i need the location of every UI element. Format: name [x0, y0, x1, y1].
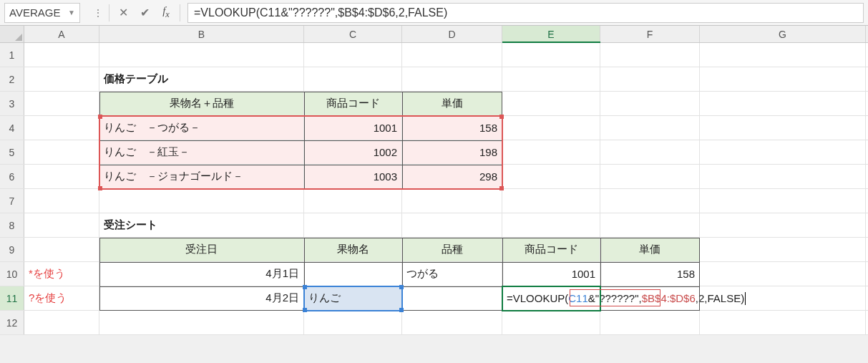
active-cell-formula[interactable]: =VLOOKUP(C11&"??????",$B$4:$D$6,2,FALSE)	[502, 286, 600, 310]
cell[interactable]	[700, 116, 866, 140]
row-header[interactable]: 3	[0, 92, 24, 115]
cell[interactable]	[700, 311, 866, 334]
price-row-name[interactable]: りんご －ジョナゴールド－	[99, 165, 304, 188]
cell[interactable]	[24, 92, 99, 115]
order-sheet-title[interactable]: 受注シート	[99, 213, 304, 237]
cell[interactable]	[402, 43, 502, 67]
col-header-F[interactable]: F	[600, 26, 700, 42]
cell[interactable]	[24, 238, 99, 261]
row-header[interactable]: 6	[0, 165, 24, 188]
cell[interactable]	[304, 43, 402, 67]
cell[interactable]	[700, 67, 866, 91]
row-header[interactable]: 11	[0, 286, 24, 310]
col-header-G[interactable]: G	[700, 26, 866, 42]
order-variety[interactable]	[402, 286, 502, 310]
cell[interactable]	[402, 67, 502, 91]
cell[interactable]	[99, 189, 304, 213]
cell[interactable]	[99, 311, 304, 334]
price-header-name[interactable]: 果物名＋品種	[99, 92, 304, 115]
cell[interactable]	[24, 140, 99, 164]
cell[interactable]	[502, 165, 600, 188]
order-fruit[interactable]	[304, 262, 402, 286]
cell[interactable]	[304, 67, 402, 91]
cell[interactable]	[600, 311, 700, 334]
price-row-code[interactable]: 1002	[304, 140, 402, 164]
cell[interactable]	[502, 67, 600, 91]
col-header-E[interactable]: E	[502, 26, 600, 42]
price-row-price[interactable]: 158	[402, 116, 502, 140]
note-question[interactable]: ?を使う	[24, 286, 99, 310]
cell[interactable]	[502, 43, 600, 67]
price-header-price[interactable]: 単価	[402, 92, 502, 115]
order-code[interactable]: 1001	[502, 262, 600, 286]
cell[interactable]	[99, 43, 304, 67]
price-row-price[interactable]: 198	[402, 140, 502, 164]
order-fruit[interactable]: りんご	[304, 286, 402, 310]
col-header-A[interactable]: A	[24, 26, 99, 42]
order-price[interactable]: 158	[600, 262, 700, 286]
cell[interactable]	[502, 140, 600, 164]
cell[interactable]	[700, 140, 866, 164]
col-header-D[interactable]: D	[402, 26, 502, 42]
order-header-date[interactable]: 受注日	[99, 238, 304, 261]
order-date[interactable]: 4月1日	[99, 262, 304, 286]
row-header[interactable]: 5	[0, 140, 24, 164]
row-header[interactable]: 4	[0, 116, 24, 140]
cell[interactable]	[502, 189, 600, 213]
row-header[interactable]: 1	[0, 43, 24, 67]
cancel-button[interactable]: ✕	[112, 3, 134, 23]
row-header[interactable]: 10	[0, 262, 24, 286]
order-variety[interactable]: つがる	[402, 262, 502, 286]
cell[interactable]	[700, 165, 866, 188]
cell[interactable]	[24, 189, 99, 213]
cell[interactable]	[700, 92, 866, 115]
cell[interactable]	[304, 311, 402, 334]
cell[interactable]	[502, 311, 600, 334]
price-row-name[interactable]: りんご －紅玉－	[99, 140, 304, 164]
cell[interactable]	[402, 311, 502, 334]
row-header[interactable]: 7	[0, 189, 24, 213]
order-header-code[interactable]: 商品コード	[502, 238, 600, 261]
row-header[interactable]: 8	[0, 213, 24, 237]
col-header-C[interactable]: C	[304, 26, 402, 42]
chevron-down-icon[interactable]: ▼	[68, 9, 75, 16]
order-header-variety[interactable]: 品種	[402, 238, 502, 261]
price-table-title[interactable]: 価格テーブル	[99, 67, 304, 91]
price-row-code[interactable]: 1001	[304, 116, 402, 140]
cell[interactable]	[304, 189, 402, 213]
cell[interactable]	[600, 189, 700, 213]
cell[interactable]	[700, 213, 866, 237]
cell[interactable]	[24, 311, 99, 334]
col-header-B[interactable]: B	[99, 26, 304, 42]
cell[interactable]	[24, 67, 99, 91]
cell[interactable]	[600, 43, 700, 67]
cell[interactable]	[600, 92, 700, 115]
cell[interactable]	[24, 213, 99, 237]
cell[interactable]	[700, 189, 866, 213]
fx-icon[interactable]: fx	[155, 3, 177, 23]
price-header-code[interactable]: 商品コード	[304, 92, 402, 115]
cell[interactable]	[304, 213, 402, 237]
order-date[interactable]: 4月2日	[99, 286, 304, 310]
cell[interactable]	[502, 92, 600, 115]
cell[interactable]	[402, 213, 502, 237]
cell[interactable]	[600, 165, 700, 188]
cell[interactable]	[600, 116, 700, 140]
cell[interactable]	[700, 262, 866, 286]
cell[interactable]	[600, 140, 700, 164]
row-header[interactable]: 9	[0, 238, 24, 261]
cell[interactable]	[24, 116, 99, 140]
cell[interactable]	[24, 165, 99, 188]
price-row-price[interactable]: 298	[402, 165, 502, 188]
cell[interactable]	[700, 238, 866, 261]
cell[interactable]	[600, 213, 700, 237]
expand-dots-icon[interactable]: ⋮	[90, 7, 106, 19]
accept-button[interactable]: ✔	[134, 3, 155, 23]
select-all-corner[interactable]	[0, 26, 24, 42]
row-header[interactable]: 12	[0, 311, 24, 334]
cell[interactable]	[402, 189, 502, 213]
cell[interactable]	[502, 213, 600, 237]
cell[interactable]	[502, 116, 600, 140]
cell[interactable]	[600, 67, 700, 91]
name-box[interactable]: AVERAGE ▼	[4, 3, 80, 23]
